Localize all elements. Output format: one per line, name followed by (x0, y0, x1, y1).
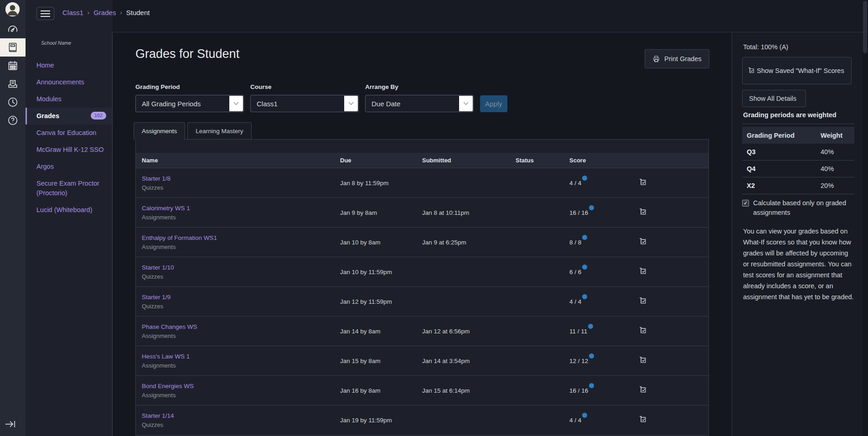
score-value: 12 / 12 (569, 358, 588, 364)
what-if-score-icon[interactable] (639, 297, 647, 305)
new-grade-indicator (582, 176, 587, 181)
tab[interactable]: Assignments (134, 122, 185, 140)
avatar[interactable] (5, 2, 20, 16)
sidebar-item-label: McGraw Hill K-12 SSO (36, 146, 103, 153)
table-row: Calorimetry WS 1 Assignments Jan 9 by 8a… (136, 197, 708, 227)
weights-header-row: Grading Period Weight (742, 127, 854, 144)
assignments-table: Name Due Submitted Status Score Starter … (135, 139, 709, 436)
score-cell: 4 / 4 (569, 298, 636, 305)
scrollbar-thumb[interactable] (863, 1, 867, 53)
what-if-score-icon[interactable] (639, 208, 647, 216)
global-navigation-rail (0, 0, 26, 436)
filter-group: Grading Period All Grading Periods (135, 83, 244, 112)
assignment-link[interactable]: Hess's Law WS 1 (142, 353, 190, 360)
due-date: Jan 12 by 11:59pm (340, 298, 422, 305)
assignment-link[interactable]: Bond Energies WS (142, 383, 194, 389)
sidebar-item[interactable]: 102 Grades (26, 108, 113, 125)
what-if-score-icon[interactable] (639, 386, 647, 394)
sidebar-item[interactable]: Announcements (26, 74, 113, 91)
courses-icon[interactable] (0, 38, 26, 57)
sidebar-item[interactable]: Canva for Education (26, 125, 113, 141)
assignment-link[interactable]: Calorimetry WS 1 (142, 205, 190, 212)
main-content: Grades for Student Print Grades Grading … (113, 32, 732, 436)
breadcrumb-link[interactable]: Class1 (62, 9, 83, 16)
help-icon[interactable] (0, 111, 26, 130)
hamburger-menu-icon[interactable] (36, 7, 54, 20)
grading-period-weight: 40% (816, 165, 854, 172)
history-icon[interactable] (0, 93, 26, 111)
due-date: Jan 8 by 11:59pm (340, 180, 422, 187)
breadcrumb: Class1 › Grades › Student (62, 9, 154, 16)
print-grades-button[interactable]: Print Grades (645, 49, 709, 68)
new-grade-indicator (589, 383, 594, 388)
breadcrumb-separator: › (120, 9, 122, 16)
select-value: All Grading Periods (136, 100, 201, 108)
assignment-category: Quizzes (142, 273, 340, 280)
what-if-score-icon[interactable] (639, 238, 647, 245)
what-if-score-icon[interactable] (639, 356, 647, 364)
assignment-category: Assignments (142, 214, 340, 221)
assignment-category: Quizzes (142, 303, 340, 310)
filter-select[interactable]: Due Date (365, 95, 474, 112)
score-cell: 4 / 4 (569, 180, 636, 187)
column-header-status: Status (516, 157, 569, 164)
what-if-description: You can view your grades based on What-I… (743, 226, 855, 302)
dashboard-icon[interactable] (0, 20, 26, 38)
due-date: Jan 14 by 8am (340, 328, 422, 335)
total-grade: Total: 100% (A) (743, 43, 788, 51)
assignment-category: Assignments (142, 244, 340, 250)
table-row: Starter 1/10 Quizzes Jan 10 by 11:59pm 6… (136, 257, 708, 286)
score-value: 4 / 4 (569, 298, 581, 305)
sidebar-item[interactable]: Modules (26, 91, 113, 108)
sidebar-item-label: Lucid (Whiteboard) (36, 206, 93, 213)
assignment-category: Quizzes (142, 184, 340, 191)
calendar-icon[interactable] (0, 57, 26, 75)
table-body: Starter 1/8 Quizzes Jan 8 by 11:59pm 4 /… (136, 168, 708, 435)
sidebar-item[interactable]: Home (26, 57, 113, 74)
what-if-score-icon[interactable] (639, 178, 647, 186)
due-date: Jan 10 by 8am (340, 239, 422, 246)
checkbox-label: Calculate based only on graded assignmen… (753, 198, 854, 218)
assignment-category: Quizzes (142, 421, 340, 428)
breadcrumb-link[interactable]: Student (126, 9, 150, 16)
show-what-if-button[interactable]: Show Saved "What-If" Scores (742, 57, 852, 84)
sidebar-item[interactable]: McGraw Hill K-12 SSO (26, 141, 113, 158)
assignment-link[interactable]: Starter 1/8 (142, 175, 170, 182)
due-date: Jan 15 by 8am (340, 358, 422, 364)
checkbox-checked[interactable]: ✓ (742, 200, 749, 207)
divider (742, 124, 854, 124)
assignment-link[interactable]: Enthalpy of Formation WS1 (142, 234, 217, 241)
filter-select[interactable]: All Grading Periods (135, 95, 244, 112)
apply-button[interactable]: Apply (480, 95, 507, 112)
grades-tabs: Assignments Learning Mastery (134, 122, 252, 140)
select-value: Class1 (251, 100, 278, 108)
column-header-score: Score (569, 157, 636, 164)
expand-navigation-icon[interactable] (5, 418, 21, 431)
chevron-down-icon (459, 96, 473, 111)
column-header-submitted: Submitted (422, 157, 516, 164)
breadcrumb-link[interactable]: Grades (93, 9, 116, 16)
canvas-grades-page: School Name Home Announcements Modules (0, 0, 868, 436)
what-if-score-icon[interactable] (639, 327, 647, 334)
due-date: Jan 10 by 11:59pm (340, 269, 422, 275)
sidebar-item[interactable]: Lucid (Whiteboard) (26, 202, 113, 218)
breadcrumb-separator: › (88, 9, 89, 16)
new-grade-indicator (582, 413, 587, 418)
assignment-category: Assignments (142, 392, 340, 399)
assignment-link[interactable]: Phase Changes WS (142, 323, 197, 330)
assignment-link[interactable]: Starter 1/14 (142, 412, 174, 419)
tab[interactable]: Learning Mastery (187, 122, 251, 140)
grades-count-badge: 102 (91, 112, 106, 119)
assignment-link[interactable]: Starter 1/9 (142, 294, 170, 301)
due-date: Jan 9 by 8am (340, 209, 422, 216)
what-if-score-icon[interactable] (639, 415, 647, 423)
table-row: Phase Changes WS Assignments Jan 14 by 8… (136, 316, 708, 346)
show-all-details-button[interactable]: Show All Details (742, 90, 806, 107)
sidebar-item-label: Canva for Education (36, 129, 96, 136)
sidebar-item[interactable]: Secure Exam Proctor (Proctorio) (26, 175, 113, 202)
filter-select[interactable]: Class1 (250, 95, 359, 112)
what-if-score-icon[interactable] (639, 267, 647, 275)
assignment-link[interactable]: Starter 1/10 (142, 264, 174, 271)
sidebar-item[interactable]: Argos (26, 158, 113, 175)
inbox-icon[interactable] (0, 75, 26, 93)
